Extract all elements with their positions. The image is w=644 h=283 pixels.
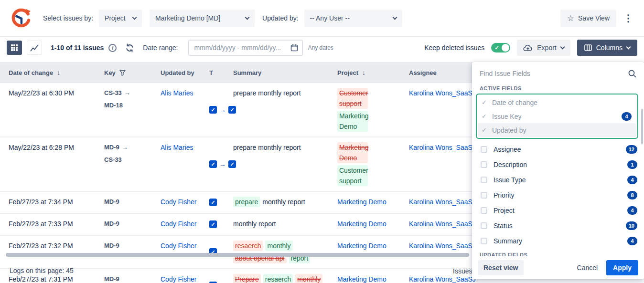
any-dates-label: Any dates <box>308 44 333 51</box>
field-item[interactable]: Status10 <box>472 218 644 233</box>
export-label: Export <box>537 44 556 52</box>
summary-segment-removed: resaerch <box>233 241 263 251</box>
apply-button[interactable]: Apply <box>606 260 638 275</box>
checkbox-checked-icon: ✓ <box>209 106 217 114</box>
issue-key-new: CS-33 <box>104 155 122 165</box>
checkbox-icon <box>481 192 487 199</box>
project-cell: Marketing DemoCustomer support <box>332 137 403 191</box>
issue-key: MD-9 <box>104 219 119 229</box>
column-header-t[interactable]: T <box>205 69 227 76</box>
assignee-link[interactable]: Karolina Wons_SaaSJ <box>409 219 476 229</box>
calendar-icon[interactable] <box>290 44 298 52</box>
chevron-down-icon <box>560 44 565 49</box>
date-cell: May/22/23 at 6:30 PM <box>0 83 96 136</box>
updated-by-link[interactable]: Cody Fisher <box>161 241 196 251</box>
summary-segment-added: monthly <box>265 241 292 251</box>
updated-by-dropdown[interactable]: -- Any User -- <box>304 10 402 27</box>
filter-icon[interactable] <box>119 70 126 76</box>
column-header-project[interactable]: Project↓ <box>332 69 403 76</box>
horizontal-scrollbar[interactable] <box>6 253 469 257</box>
project-segment-added: Customer support <box>337 165 368 186</box>
column-header-label: Key <box>104 69 116 76</box>
cancel-button[interactable]: Cancel <box>577 264 598 272</box>
issue-type-cell: ✓→✓ <box>205 83 227 136</box>
arrow-right-icon: → <box>219 159 226 169</box>
keep-deleted-toggle[interactable]: ✓ <box>491 43 510 52</box>
sort-down-icon: ↓ <box>362 69 365 76</box>
project-cell: Marketing Demo <box>332 192 403 213</box>
chart-view-button[interactable] <box>27 41 42 55</box>
column-header-label: Updated by <box>161 69 194 76</box>
field-item[interactable]: Issue Type4 <box>472 172 644 188</box>
updated-by-link[interactable]: Alis Maries <box>161 142 193 153</box>
summary-cell: prepare monthly report <box>227 83 332 136</box>
grid-view-button[interactable] <box>7 41 22 55</box>
panel-scrollbar[interactable] <box>641 109 643 144</box>
column-header-summary[interactable]: Summary <box>227 69 332 76</box>
issue-key: MD-9 <box>104 142 119 153</box>
refresh-button[interactable] <box>125 43 134 52</box>
issues-count-partial: Issues <box>453 267 472 275</box>
updated-by-cell: Alis Maries <box>152 83 205 136</box>
checkbox-icon <box>481 238 487 244</box>
active-field-item[interactable]: ✓Issue Key4 <box>478 109 636 123</box>
more-menu-button[interactable]: ⋮ <box>623 12 633 24</box>
columns-icon <box>584 44 592 51</box>
checkbox-icon <box>481 207 487 214</box>
updated-by-link[interactable]: Cody Fisher <box>161 219 196 229</box>
column-header-label: Date of change <box>9 69 53 76</box>
field-item[interactable]: Description1 <box>472 157 644 172</box>
assignee-link[interactable]: Karolina Wons_SaaSJ <box>409 88 476 98</box>
star-icon: ☆ <box>567 14 574 22</box>
chevron-down-icon <box>626 44 631 49</box>
issue-type-cell: ✓ <box>205 192 227 213</box>
field-item[interactable]: Priority8 <box>472 188 644 203</box>
updated-by-link[interactable]: Alis Maries <box>161 88 193 98</box>
save-view-button[interactable]: ☆ Save View <box>560 10 616 27</box>
export-button[interactable]: Export <box>517 40 570 56</box>
issues-count: 1-10 of 11 issues <box>51 44 104 52</box>
chevron-down-icon <box>132 15 137 20</box>
info-icon[interactable]: i <box>108 44 117 52</box>
assignee-link[interactable]: Karolina Wons_SaaSJ <box>409 142 476 153</box>
issue-key-new: MD-18 <box>104 100 123 111</box>
select-by-dropdown[interactable]: Project <box>99 10 142 27</box>
field-item[interactable]: Assignee12 <box>472 142 644 157</box>
date-of-change-value: Feb/27/23 at 7:34 PM <box>9 197 73 207</box>
reset-view-button[interactable]: Reset view <box>478 260 524 275</box>
select-issues-by-label: Select issues by: <box>43 14 93 22</box>
active-field-item[interactable]: ✓Updated by <box>478 123 636 137</box>
columns-label: Columns <box>596 44 623 52</box>
issue-key: MD-9 <box>104 241 119 251</box>
updated-by-link[interactable]: Cody Fisher <box>161 197 196 207</box>
column-header-key[interactable]: Key <box>96 69 152 76</box>
field-item[interactable]: Summary4 <box>472 233 644 249</box>
find-fields-input[interactable] <box>480 70 624 77</box>
count-badge: 10 <box>626 221 637 230</box>
find-fields-search <box>472 62 644 82</box>
field-label: Issue Key <box>492 113 521 120</box>
refresh-icon <box>125 43 134 52</box>
project-segment-removed: Marketing Demo <box>337 142 368 163</box>
check-icon: ✓ <box>482 113 492 120</box>
project-link[interactable]: Marketing Demo <box>337 197 386 207</box>
columns-button[interactable]: Columns <box>577 40 637 56</box>
field-item[interactable]: Project4 <box>472 203 644 218</box>
column-header-updated-by[interactable]: Updated by <box>152 69 205 76</box>
summary-cell: prepare monthly report <box>227 137 332 191</box>
project-dropdown[interactable]: Marketing Demo [MD] <box>150 10 255 27</box>
cloud-export-icon <box>523 44 533 52</box>
save-view-label: Save View <box>578 14 610 22</box>
column-header-date-of-change[interactable]: Date of change↓ <box>0 69 96 76</box>
field-label: Project <box>494 207 515 214</box>
select-by-value: Project <box>105 14 126 22</box>
assignee-link[interactable]: Karolina Wons_SaaSJ <box>409 197 476 207</box>
project-link[interactable]: Marketing Demo <box>337 219 386 229</box>
project-link[interactable]: Marketing Demo <box>337 241 386 251</box>
updated-by-cell: Cody Fisher <box>152 214 205 235</box>
date-range-input[interactable] <box>194 44 290 52</box>
active-field-item[interactable]: ✓Date of change <box>478 95 636 109</box>
keep-deleted-label: Keep deleted issues <box>424 44 484 52</box>
logs-count-label: Logs on this page: 45 <box>10 267 74 274</box>
assignee-link[interactable]: Karolina Wons_SaaSJ <box>409 241 476 251</box>
